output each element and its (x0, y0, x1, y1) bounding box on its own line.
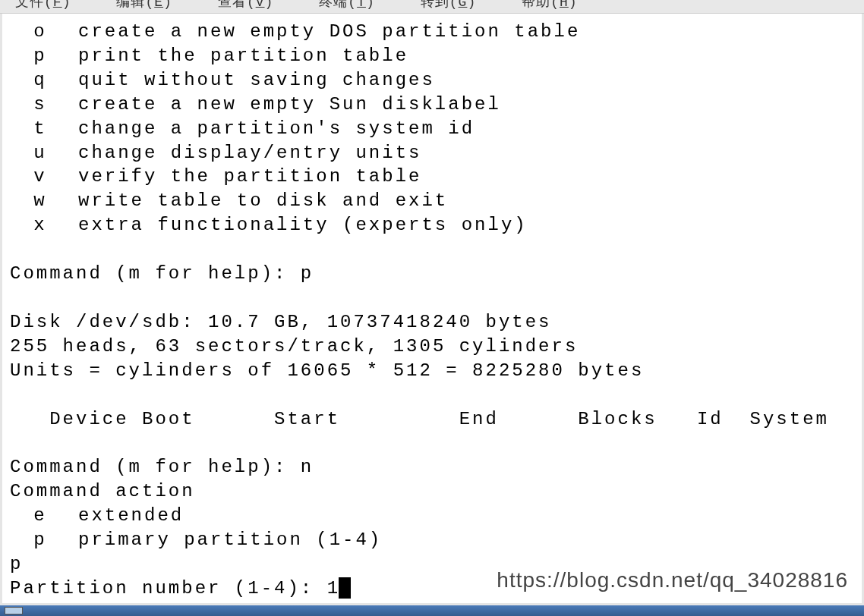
disk-info-line1: Disk /dev/sdb: 10.7 GB, 10737418240 byte… (10, 310, 854, 335)
blank-line (10, 431, 854, 455)
fdisk-help-o: ocreate a new empty DOS partition table (10, 20, 854, 44)
partition-table-header: Device Boot Start End Blocks Id System (10, 407, 854, 432)
disk-info-line2: 255 heads, 63 sectors/track, 1305 cylind… (10, 335, 854, 359)
disk-info-line3: Units = cylinders of 16065 * 512 = 82252… (10, 359, 854, 383)
menu-file[interactable]: 文件(F) (15, 0, 71, 12)
blank-line (10, 286, 854, 310)
menu-view[interactable]: 查看(V) (218, 0, 273, 12)
window-bottom-bar (0, 605, 864, 616)
cursor-icon (339, 577, 351, 599)
menu-go[interactable]: 转到(G) (421, 0, 476, 12)
fdisk-help-s: screate a new empty Sun disklabel (10, 93, 854, 117)
menubar: 文件(F) 编辑(E) 查看(V) 终端(T) 转到(G) 帮助(H) (0, 0, 864, 14)
fdisk-help-u: uchange display/entry units (10, 141, 854, 165)
taskbar-item[interactable] (5, 607, 23, 614)
fdisk-help-q: qquit without saving changes (10, 68, 854, 93)
command-prompt-1: Command (m for help): p (10, 262, 854, 286)
command-prompt-2: Command (m for help): n (10, 455, 854, 479)
fdisk-help-w: wwrite table to disk and exit (10, 189, 854, 213)
menu-edit[interactable]: 编辑(E) (116, 0, 172, 12)
fdisk-help-p: pprint the partition table (10, 44, 854, 68)
menu-help[interactable]: 帮助(H) (522, 0, 577, 12)
command-action-label: Command action (10, 479, 854, 504)
menu-terminal[interactable]: 终端(T) (319, 0, 374, 12)
action-extended: eextended (10, 504, 854, 528)
blank-line (10, 237, 854, 262)
action-primary: pprimary partition (1-4) (10, 528, 854, 552)
terminal-area[interactable]: ocreate a new empty DOS partition tablep… (0, 14, 864, 605)
fdisk-help-t: tchange a partition's system id (10, 117, 854, 141)
watermark-text: https://blog.csdn.net/qq_34028816 (497, 566, 848, 594)
fdisk-help-x: xextra functionality (experts only) (10, 213, 854, 237)
blank-line (10, 383, 854, 407)
fdisk-help-v: vverify the partition table (10, 165, 854, 189)
fdisk-help-list: ocreate a new empty DOS partition tablep… (10, 20, 854, 237)
